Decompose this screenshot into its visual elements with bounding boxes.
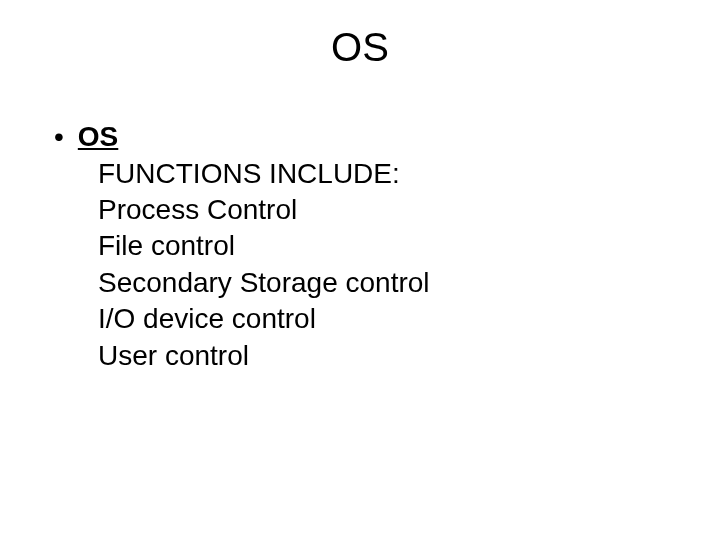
slide-content: • OS FUNCTIONS INCLUDE: Process Control … <box>40 120 680 374</box>
line-item: FUNCTIONS INCLUDE: <box>98 156 680 192</box>
line-item: Secondary Storage control <box>98 265 680 301</box>
bullet-heading: OS <box>78 120 118 154</box>
slide: OS • OS FUNCTIONS INCLUDE: Process Contr… <box>0 0 720 540</box>
line-item: User control <box>98 338 680 374</box>
line-item: I/O device control <box>98 301 680 337</box>
bullet-marker: • <box>54 120 64 154</box>
line-item: File control <box>98 228 680 264</box>
slide-title: OS <box>40 25 680 70</box>
bullet-item: • OS <box>50 120 680 154</box>
line-item: Process Control <box>98 192 680 228</box>
bullet-sublines: FUNCTIONS INCLUDE: Process Control File … <box>50 156 680 374</box>
